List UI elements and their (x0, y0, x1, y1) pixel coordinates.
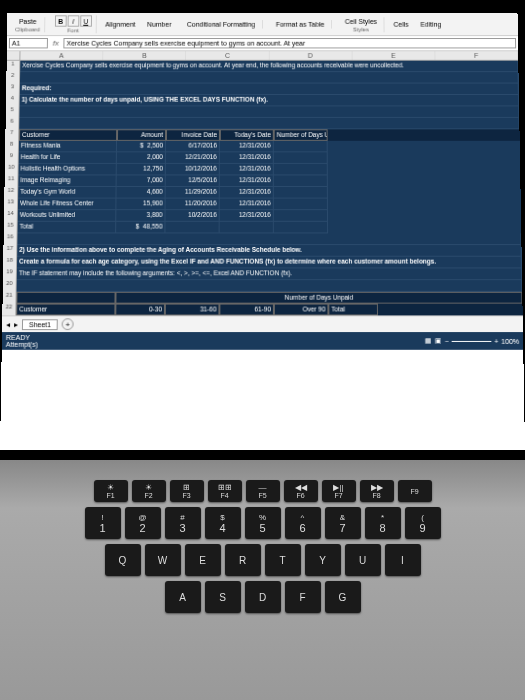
cell[interactable]: 7,000 (117, 175, 166, 187)
col-header[interactable]: D (269, 51, 352, 60)
cell[interactable] (274, 210, 328, 222)
cell[interactable]: $ 48,550 (116, 222, 165, 234)
cell[interactable] (19, 118, 519, 129)
cell[interactable] (274, 164, 328, 176)
row-header[interactable]: 10 (5, 164, 19, 176)
cell-styles-button[interactable]: Cell Styles (342, 17, 380, 25)
cell[interactable]: 12/31/2016 (220, 210, 274, 222)
italic-button[interactable]: I (67, 15, 79, 26)
cell[interactable] (20, 72, 519, 83)
cell[interactable]: 12/31/2016 (220, 175, 274, 187)
row-header[interactable]: 12 (4, 187, 18, 199)
cell[interactable]: 4,600 (116, 187, 165, 199)
key-y[interactable]: Y (305, 544, 341, 576)
key-f9[interactable]: F9 (398, 480, 432, 502)
key-3[interactable]: #3 (165, 507, 201, 539)
cell[interactable]: Fitness Mania (19, 141, 117, 153)
key-1[interactable]: !1 (85, 507, 121, 539)
cell[interactable]: Xercise Cycles Company sells exercise eq… (20, 61, 518, 72)
zoom-slider[interactable] (452, 340, 492, 341)
cell[interactable]: 0-30 (115, 304, 165, 316)
key-u[interactable]: U (345, 544, 381, 576)
cell[interactable] (16, 292, 115, 304)
cell[interactable]: 3,800 (116, 210, 165, 222)
cell[interactable] (274, 141, 328, 153)
key-f7[interactable]: ▶||F7 (322, 480, 356, 502)
key-7[interactable]: &7 (325, 507, 361, 539)
table-header-cell[interactable]: Customer (19, 129, 117, 140)
key-t[interactable]: T (265, 544, 301, 576)
cell[interactable]: Required: (20, 84, 519, 95)
cell[interactable] (220, 222, 274, 234)
cell[interactable] (274, 199, 328, 211)
cell[interactable]: Holistic Health Options (18, 164, 116, 176)
key-2[interactable]: @2 (125, 507, 161, 539)
cell[interactable]: 12/5/2016 (166, 175, 220, 187)
row-header[interactable]: 9 (5, 152, 19, 164)
col-header[interactable]: A (20, 51, 103, 60)
cell[interactable] (17, 233, 521, 245)
conditional-formatting-button[interactable]: Conditional Formatting (184, 20, 258, 28)
key-s[interactable]: S (205, 581, 241, 613)
select-all-corner[interactable] (7, 51, 21, 60)
cell[interactable]: Customer (16, 304, 115, 316)
cell[interactable]: 2,000 (117, 152, 166, 164)
cell[interactable]: 11/29/2016 (166, 187, 220, 199)
row-header[interactable]: 8 (5, 141, 19, 153)
table-header-cell[interactable]: Number of Days Unpaid (274, 129, 328, 140)
key-e[interactable]: E (185, 544, 221, 576)
key-f6[interactable]: ◀◀F6 (284, 480, 318, 502)
cell[interactable] (19, 106, 519, 117)
cell[interactable]: $ 2,500 (117, 141, 166, 153)
key-q[interactable]: Q (105, 544, 141, 576)
row-header[interactable]: 7 (5, 129, 19, 140)
key-f4[interactable]: ⊞⊞F4 (208, 480, 242, 502)
key-g[interactable]: G (325, 581, 361, 613)
format-as-table-button[interactable]: Format as Table (273, 20, 328, 28)
cell[interactable]: 6/17/2016 (166, 141, 220, 153)
key-d[interactable]: D (245, 581, 281, 613)
cell[interactable]: 1) Calculate the number of days unpaid, … (20, 95, 519, 106)
cell[interactable]: Total (18, 222, 117, 234)
table-header-cell[interactable]: Today's Date (220, 129, 274, 140)
row-header[interactable]: 20 (3, 280, 17, 292)
cell[interactable]: Number of Days Unpaid (115, 292, 522, 304)
key-f[interactable]: F (285, 581, 321, 613)
cell[interactable]: 12/21/2016 (166, 152, 220, 164)
add-sheet-button[interactable]: + (62, 318, 74, 330)
cell[interactable]: Total (328, 304, 378, 316)
bold-button[interactable]: B (55, 15, 67, 26)
row-header[interactable]: 17 (3, 245, 17, 257)
cell[interactable]: 12/31/2016 (220, 199, 274, 211)
row-header[interactable]: 5 (6, 106, 20, 117)
number-button[interactable]: Number (144, 20, 174, 28)
cell[interactable]: Image Reimaging (18, 175, 116, 187)
name-box[interactable]: A1 (9, 38, 48, 48)
tab-nav-next-icon[interactable]: ▸ (14, 320, 18, 329)
row-header[interactable]: 13 (4, 199, 18, 211)
cell[interactable] (17, 280, 523, 292)
cell[interactable]: 15,900 (116, 199, 165, 211)
row-header[interactable]: 21 (3, 292, 17, 304)
zoom-out-button[interactable]: − (445, 337, 449, 344)
cell[interactable]: Over 90 (274, 304, 329, 316)
cell[interactable]: 12/31/2016 (220, 187, 274, 199)
cell[interactable] (274, 152, 328, 164)
row-header[interactable]: 4 (6, 95, 20, 106)
cell[interactable] (274, 222, 328, 234)
table-header-cell[interactable]: Invoice Date (166, 129, 220, 140)
table-header-cell[interactable]: Amount (117, 129, 166, 140)
key-r[interactable]: R (225, 544, 261, 576)
cell[interactable]: Health for Life (19, 152, 117, 164)
row-header[interactable]: 16 (4, 233, 18, 245)
cell[interactable]: 12,750 (117, 164, 166, 176)
cell[interactable]: 61-90 (219, 304, 274, 316)
row-header[interactable]: 14 (4, 210, 18, 222)
row-header[interactable]: 2 (6, 72, 20, 83)
col-header[interactable]: B (103, 51, 186, 60)
col-header[interactable]: C (186, 51, 269, 60)
col-header[interactable]: E (352, 51, 435, 60)
view-normal-icon[interactable]: ▦ (425, 337, 432, 345)
editing-button[interactable]: Editing (417, 20, 444, 28)
cell[interactable]: 11/20/2016 (166, 199, 220, 211)
